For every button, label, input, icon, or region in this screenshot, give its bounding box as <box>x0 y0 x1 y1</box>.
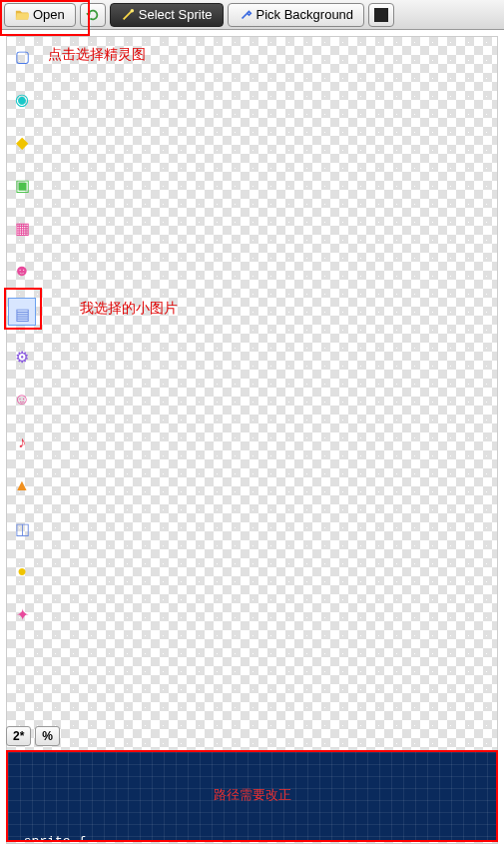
bottom-controls: 2* % <box>6 726 60 746</box>
gear-icon[interactable]: ⚙ <box>10 345 34 369</box>
wand-icon <box>121 8 135 22</box>
bag-icon[interactable]: ▣ <box>10 173 34 197</box>
css-output-panel[interactable]: 路径需要改正 .sprite { background: url('imgs/精… <box>6 750 498 842</box>
swatch-icon <box>374 8 388 22</box>
cloud-icon[interactable]: ◉ <box>10 87 34 111</box>
wallet-icon[interactable]: ▢ <box>10 44 34 68</box>
open-label: Open <box>33 7 65 22</box>
doc-icon[interactable]: ▤ <box>10 302 34 326</box>
zoom-button[interactable]: 2* <box>6 726 31 746</box>
smile-icon[interactable]: ☺ <box>10 388 34 412</box>
toolbar: Open Select Sprite Pick Background <box>0 0 504 30</box>
coin-icon[interactable]: ● <box>10 559 34 583</box>
sprite-canvas[interactable] <box>6 36 498 844</box>
pin-icon[interactable]: ◆ <box>10 130 34 154</box>
music-icon[interactable]: ♪ <box>10 430 34 454</box>
eyedropper-icon <box>239 8 252 22</box>
percent-button[interactable]: % <box>35 726 60 746</box>
sprite-strip: ▢◉◆▣▦☻▤⚙☺♪▲◫●✦ <box>10 44 36 626</box>
star-icon[interactable]: ✦ <box>10 602 34 626</box>
pick-background-button[interactable]: Pick Background <box>228 3 365 27</box>
color-swatch-button[interactable] <box>368 3 394 27</box>
annotation-path-hint: 路径需要改正 <box>16 786 488 804</box>
select-sprite-button[interactable]: Select Sprite <box>110 3 224 27</box>
code-line-selector: .sprite { <box>16 834 488 842</box>
select-sprite-label: Select Sprite <box>139 7 213 22</box>
open-button[interactable]: Open <box>4 3 76 27</box>
flame-icon[interactable]: ▲ <box>10 473 34 497</box>
robot-icon[interactable]: ◫ <box>10 516 34 540</box>
refresh-icon <box>86 8 100 22</box>
gift-icon[interactable]: ▦ <box>10 216 34 240</box>
svg-point-0 <box>130 8 134 12</box>
face-icon[interactable]: ☻ <box>10 259 34 283</box>
folder-open-icon <box>15 8 29 22</box>
pick-background-label: Pick Background <box>256 7 354 22</box>
refresh-button[interactable] <box>80 3 106 27</box>
